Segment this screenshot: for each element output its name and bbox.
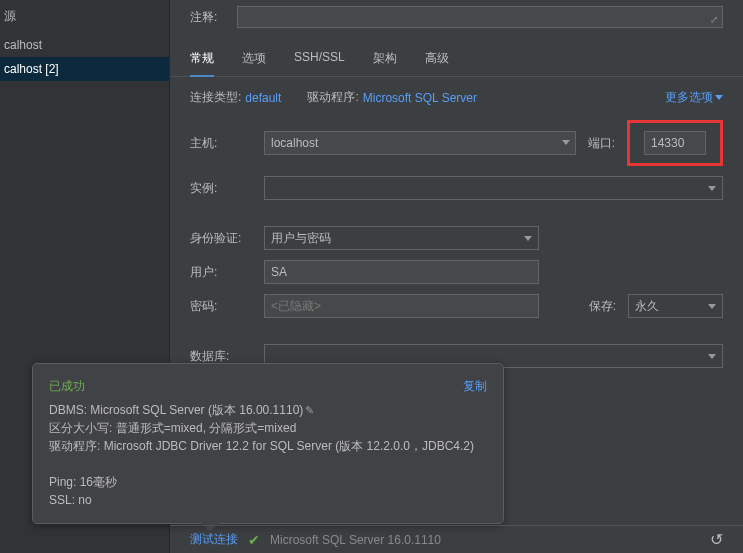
port-input[interactable] [644,131,706,155]
dbms-label: DBMS: [49,403,90,417]
chevron-down-icon [708,304,716,309]
chevron-down-icon [715,95,723,100]
chevron-down-icon[interactable] [562,140,570,145]
chevron-down-icon [708,186,716,191]
save-value: 永久 [635,298,659,315]
user-input[interactable] [264,260,539,284]
auth-label: 身份验证: [190,230,252,247]
password-row: 密码: <已隐藏> 保存: 永久 [190,294,723,318]
save-label: 保存: [589,298,616,315]
case-sensitivity-line: 区分大小写: 普通形式=mixed, 分隔形式=mixed [49,419,487,437]
password-input[interactable]: <已隐藏> [264,294,539,318]
dbms-value: Microsoft SQL Server (版本 16.00.1110) [90,403,303,417]
ping-line: Ping: 16毫秒 [49,473,487,491]
tab-options[interactable]: 选项 [242,44,266,76]
instance-dropdown[interactable] [264,176,723,200]
tab-general[interactable]: 常规 [190,44,214,77]
sidebar-header: 源 [0,0,169,33]
connection-result-popup: 已成功 复制 DBMS: Microsoft SQL Server (版本 16… [32,363,504,524]
auth-value: 用户与密码 [271,230,331,247]
auth-dropdown[interactable]: 用户与密码 [264,226,539,250]
conn-type-link[interactable]: default [245,91,281,105]
driver-line: 驱动程序: Microsoft JDBC Driver 12.2 for SQL… [49,437,487,455]
auth-row: 身份验证: 用户与密码 [190,226,723,250]
port-label: 端口: [588,135,615,152]
database-label: 数据库: [190,348,252,365]
chevron-down-icon [708,354,716,359]
expand-icon[interactable]: ⤢ [710,14,718,25]
copy-button[interactable]: 复制 [463,378,487,395]
comment-label: 注释: [190,9,217,26]
password-label: 密码: [190,298,252,315]
tabs: 常规 选项 SSH/SSL 架构 高级 [170,34,743,77]
instance-row: 实例: [190,176,723,200]
sidebar-item-host-2[interactable]: calhost [2] [0,57,169,81]
form-area: 连接类型: default 驱动程序: Microsoft SQL Server… [170,77,743,390]
more-options-button[interactable]: 更多选项 [665,89,723,106]
driver-link[interactable]: Microsoft SQL Server [363,91,477,105]
instance-label: 实例: [190,180,252,197]
chevron-down-icon [524,236,532,241]
host-label: 主机: [190,135,252,152]
revert-icon[interactable]: ↺ [710,530,723,549]
tab-advanced[interactable]: 高级 [425,44,449,76]
user-row: 用户: [190,260,723,284]
port-highlight-box [627,120,723,166]
popup-title: 已成功 [49,378,85,395]
tab-schema[interactable]: 架构 [373,44,397,76]
check-icon: ✔ [248,532,260,548]
popup-body: DBMS: Microsoft SQL Server (版本 16.00.111… [49,401,487,509]
conn-type-label: 连接类型: [190,89,241,106]
host-input[interactable] [264,131,576,155]
driver-label: 驱动程序: [307,89,358,106]
save-dropdown[interactable]: 永久 [628,294,723,318]
status-text: Microsoft SQL Server 16.0.1110 [270,533,441,547]
tab-ssh-ssl[interactable]: SSH/SSL [294,44,345,76]
sidebar-item-host-1[interactable]: calhost [0,33,169,57]
test-connection-link[interactable]: 测试连接 [190,531,238,548]
more-options-label: 更多选项 [665,89,713,106]
user-label: 用户: [190,264,252,281]
ssl-line: SSL: no [49,491,487,509]
connection-type-row: 连接类型: default 驱动程序: Microsoft SQL Server… [190,89,723,106]
comment-row: 注释: ⤢ [170,0,743,34]
pencil-icon[interactable]: ✎ [305,404,314,416]
host-row: 主机: 端口: [190,120,723,166]
bottom-bar: 测试连接 ✔ Microsoft SQL Server 16.0.1110 ↺ [170,525,743,553]
comment-input[interactable]: ⤢ [237,6,723,28]
